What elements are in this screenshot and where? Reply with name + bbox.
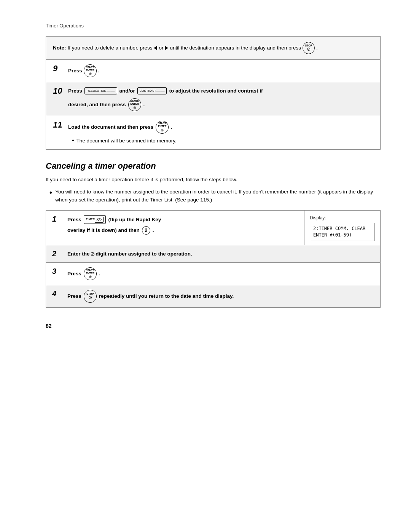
step-9-content: Press START/ ENTER ⊕ . <box>68 64 373 77</box>
cancel-step-4-row: 4 Press STOP ⊙ repeatedly until you retu… <box>46 285 380 307</box>
step-9-row: 9 Press START/ ENTER ⊕ . <box>46 60 381 82</box>
note-box: Note: If you need to delete a number, pr… <box>46 36 381 60</box>
diamond-icon: ♦ <box>49 188 52 197</box>
cancel-step-2-row: 2 Enter the 2-digit number assigned to t… <box>46 245 380 263</box>
display-box: 2:TIMER COMM. CLEAR ENTER #(01-59) <box>310 223 375 241</box>
cancel-step-1-content: Press TIMER X/> (flip up the Rapid Key o… <box>67 215 298 235</box>
stop-icon-note: STOP ⊙ <box>303 42 315 54</box>
page-number: 82 <box>46 323 381 329</box>
start-enter-icon-10: START/ ENTER ⊕ <box>128 98 141 111</box>
step-11-number: 11 <box>53 121 64 129</box>
cancel-step-3-content: Press START/ ENTER ⊕ . <box>67 267 374 280</box>
step-11-bullet-text: The document will be scanned into memory… <box>76 137 177 145</box>
cancel-step-4-number: 4 <box>52 290 64 297</box>
cancel-bullet: ♦ You will need to know the number assig… <box>49 188 381 204</box>
cancel-step-1-left: 1 Press TIMER X/> (flip up the Rapid Key… <box>46 211 304 245</box>
display-label: Display: <box>310 214 375 221</box>
cancel-step-1-number: 1 <box>52 215 64 223</box>
start-enter-icon-3: START/ ENTER ⊕ <box>84 267 97 280</box>
cancel-section: Canceling a timer operation If you need … <box>46 161 381 204</box>
timer-btn: TIMER X/> <box>84 215 106 224</box>
cancel-step-1-row: 1 Press TIMER X/> (flip up the Rapid Key… <box>46 211 380 245</box>
cancel-step-4-content: Press STOP ⊙ repeatedly until you return… <box>67 290 374 303</box>
step-10-number: 10 <box>53 87 64 95</box>
note-text1: If you need to delete a number, press <box>68 44 153 52</box>
step-9-press-label: Press <box>68 67 82 75</box>
note-text3: until the destination appears in the dis… <box>170 44 301 52</box>
cancel-description: If you need to cancel a timer operation … <box>46 176 381 184</box>
cancel-step-4-left: 4 Press STOP ⊙ repeatedly until you retu… <box>46 285 380 307</box>
cancel-step-3-row: 3 Press START/ ENTER ⊕ . <box>46 263 380 285</box>
note-bold: Note: <box>53 44 66 52</box>
page-section-label: Timer Operations <box>46 23 381 29</box>
step-11-content: Load the document and then press START/ … <box>68 121 373 145</box>
step-10-row: 10 Press RESOLUTION —— and/or CONTRAST —… <box>46 82 381 116</box>
cancel-step-2-left: 2 Enter the 2-digit number assigned to t… <box>46 245 380 263</box>
cancel-step-3-number: 3 <box>52 267 64 275</box>
step-10-content: Press RESOLUTION —— and/or CONTRAST —— t… <box>68 87 373 111</box>
cancel-step-1-display: Display: 2:TIMER COMM. CLEAR ENTER #(01-… <box>304 211 380 245</box>
cancel-bullet-text: You will need to know the number assigne… <box>55 188 381 204</box>
cancel-title: Canceling a timer operation <box>46 161 381 171</box>
note-text2: or <box>159 44 163 52</box>
cancel-step-2-content: Enter the 2-digit number assigned to the… <box>67 250 374 258</box>
note-text4: . <box>316 44 318 52</box>
step-11-row: 11 Load the document and then press STAR… <box>46 116 381 150</box>
cancel-step-2-number: 2 <box>52 250 64 257</box>
start-enter-icon-9: START/ ENTER ⊕ <box>84 64 97 77</box>
stop-icon-4: STOP ⊙ <box>84 290 97 303</box>
step-9-number: 9 <box>53 64 64 73</box>
resolution-btn: RESOLUTION —— <box>84 87 117 94</box>
number-2-circle: 2 <box>142 226 150 235</box>
contrast-btn: CONTRAST —— <box>137 87 167 94</box>
start-enter-icon-11: START/ ENTER ⊕ <box>156 121 169 134</box>
right-arrow-icon <box>165 46 168 50</box>
cancel-step-3-left: 3 Press START/ ENTER ⊕ . <box>46 263 380 285</box>
cancel-steps-table: 1 Press TIMER X/> (flip up the Rapid Key… <box>46 210 381 308</box>
bullet-dot-11: • <box>72 137 74 144</box>
cancel-step-2-text: Enter the 2-digit number assigned to the… <box>67 251 192 257</box>
left-arrow-icon <box>154 46 157 50</box>
